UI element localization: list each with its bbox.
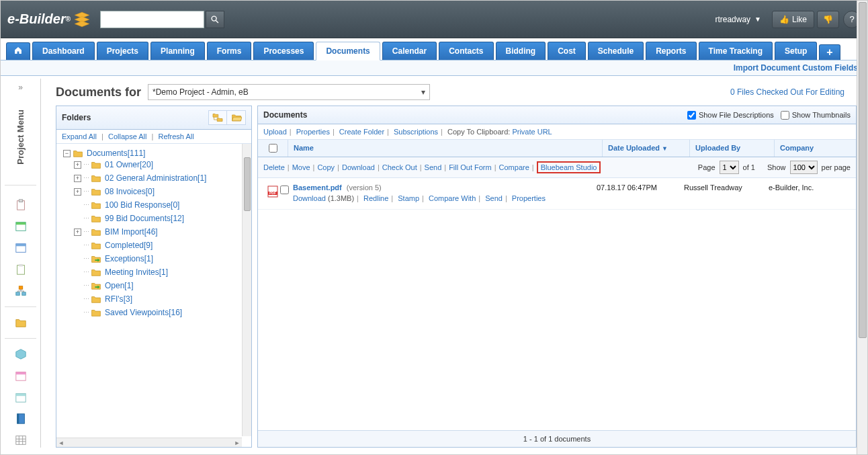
form-icon[interactable] bbox=[15, 242, 27, 254]
nav-processes[interactable]: Processes bbox=[253, 42, 314, 60]
nav-contacts[interactable]: Contacts bbox=[439, 42, 493, 60]
tree-node[interactable]: ⋯100 Bid Response[0] bbox=[74, 200, 251, 210]
nav-schedule[interactable]: Schedule bbox=[588, 42, 644, 60]
folder-rail-icon[interactable] bbox=[15, 317, 27, 329]
tree-node[interactable]: +⋯08 Invoices[0] bbox=[74, 187, 251, 196]
content-area: Documents for *Demo Project - Admin, eB … bbox=[41, 79, 857, 448]
checked-out-link[interactable]: 0 Files Checked Out For Editing bbox=[730, 87, 849, 97]
nav-time-tracking[interactable]: Time Tracking bbox=[699, 42, 773, 60]
book-icon[interactable] bbox=[15, 413, 27, 425]
calendar-pink-icon[interactable] bbox=[15, 370, 27, 382]
nav-reports[interactable]: Reports bbox=[646, 42, 696, 60]
page-vscroll[interactable] bbox=[857, 1, 867, 454]
tree-node[interactable]: ⋯Completed[9] bbox=[74, 241, 251, 250]
row-send[interactable]: Send bbox=[485, 194, 503, 202]
select-all-checkbox[interactable] bbox=[269, 144, 277, 153]
clipboard-icon[interactable] bbox=[15, 199, 27, 211]
action-checkout[interactable]: Check Out bbox=[382, 163, 417, 171]
action-bluebeam[interactable]: Bluebeam Studio bbox=[541, 163, 597, 171]
spreadsheet-icon[interactable] bbox=[15, 220, 27, 233]
show-desc-checkbox[interactable] bbox=[687, 111, 696, 120]
tree-node[interactable]: +⋯BIM Import[46] bbox=[74, 227, 251, 237]
refresh-all-link[interactable]: Refresh All bbox=[158, 132, 193, 140]
row-uploaded-by: Russell Treadway bbox=[684, 183, 769, 202]
nav-bidding[interactable]: Bidding bbox=[496, 42, 546, 60]
collapse-all-link[interactable]: Collapse All bbox=[108, 132, 146, 140]
tree-node[interactable]: +⋯02 General Administration[1] bbox=[74, 173, 251, 183]
row-stamp[interactable]: Stamp bbox=[398, 194, 419, 202]
folder-tree-icon-btn[interactable] bbox=[208, 110, 227, 125]
create-folder-link[interactable]: Create Folder bbox=[339, 128, 384, 136]
nav-calendar[interactable]: Calendar bbox=[382, 42, 437, 60]
show-thumbnails-toggle[interactable]: Show Thumbnails bbox=[781, 111, 851, 120]
col-uploaded-by[interactable]: Uploaded By bbox=[689, 140, 774, 157]
tree-vscroll[interactable] bbox=[242, 144, 251, 436]
tree-node[interactable]: ⋯Saved Viewpoints[16] bbox=[74, 308, 251, 317]
tree-node-documents[interactable]: − Documents[111] bbox=[63, 149, 251, 158]
action-copy[interactable]: Copy bbox=[317, 163, 335, 171]
doc-footer: 1 - 1 of 1 documents bbox=[258, 430, 856, 447]
search-button[interactable] bbox=[206, 11, 224, 28]
pdf-icon: PDF bbox=[267, 185, 278, 198]
col-date[interactable]: Date Uploaded▼ bbox=[602, 140, 689, 157]
thumbs-down-button[interactable]: 👎 bbox=[817, 11, 839, 28]
nav-forms[interactable]: Forms bbox=[207, 42, 252, 60]
tree-node[interactable]: ⋯Exceptions[1] bbox=[74, 254, 251, 263]
perpage-select[interactable]: 100 bbox=[790, 161, 818, 174]
action-delete[interactable]: Delete bbox=[263, 163, 285, 171]
row-compare[interactable]: Compare With bbox=[429, 194, 476, 202]
grid-icon[interactable] bbox=[15, 434, 27, 446]
nav-dashboard[interactable]: Dashboard bbox=[32, 42, 95, 60]
import-custom-fields-link[interactable]: Import Document Custom Fields bbox=[1, 60, 867, 76]
row-redline[interactable]: Redline bbox=[363, 194, 388, 202]
action-fillout[interactable]: Fill Out Form bbox=[449, 163, 492, 171]
nav-planning[interactable]: Planning bbox=[150, 42, 205, 60]
rail-expand-button[interactable]: » bbox=[1, 79, 40, 96]
page-select[interactable]: 1 bbox=[720, 161, 739, 174]
file-name-link[interactable]: Basement.pdf bbox=[293, 183, 342, 192]
home-icon bbox=[13, 46, 23, 55]
search-input[interactable] bbox=[100, 11, 204, 28]
action-download[interactable]: Download bbox=[342, 163, 375, 171]
clipboard2-icon[interactable] bbox=[15, 263, 27, 276]
subscriptions-link[interactable]: Subscriptions bbox=[394, 128, 438, 136]
folder-open-icon-btn[interactable] bbox=[227, 110, 246, 125]
svg-marker-2 bbox=[75, 21, 89, 27]
nav-add[interactable]: + bbox=[819, 44, 840, 60]
like-button[interactable]: 👍 Like bbox=[772, 11, 814, 28]
tree-node[interactable]: +⋯01 Owner[20] bbox=[74, 160, 251, 169]
folder-icon bbox=[91, 268, 101, 277]
row-checkbox[interactable] bbox=[280, 185, 289, 194]
cube-icon[interactable] bbox=[15, 348, 27, 360]
action-send[interactable]: Send bbox=[425, 163, 442, 171]
nav-documents[interactable]: Documents bbox=[316, 42, 380, 60]
nav-home[interactable] bbox=[6, 42, 30, 60]
col-name[interactable]: Name bbox=[288, 140, 602, 157]
left-rail: » Project Menu bbox=[1, 79, 41, 448]
tree-node[interactable]: ⋯99 Bid Documents[12] bbox=[74, 214, 251, 223]
row-download[interactable]: Download bbox=[293, 194, 326, 202]
row-properties[interactable]: Properties bbox=[512, 194, 546, 202]
folder-icon bbox=[91, 214, 101, 223]
private-url-link[interactable]: Private URL bbox=[512, 128, 552, 136]
calendar-teal-icon[interactable] bbox=[15, 391, 27, 403]
tree-node[interactable]: ⋯Meeting Invites[1] bbox=[74, 267, 251, 277]
action-move[interactable]: Move bbox=[292, 163, 310, 171]
tree-node[interactable]: ⋯Open[1] bbox=[74, 281, 251, 290]
main-nav: Dashboard Projects Planning Forms Proces… bbox=[1, 38, 867, 60]
tree-hscroll[interactable]: ◄► bbox=[56, 438, 242, 447]
project-select[interactable]: *Demo Project - Admin, eB bbox=[148, 84, 430, 100]
show-descriptions-toggle[interactable]: Show File Descriptions bbox=[687, 111, 774, 120]
action-compare[interactable]: Compare bbox=[499, 163, 529, 171]
hierarchy-icon[interactable] bbox=[15, 285, 27, 297]
expand-all-link[interactable]: Expand All bbox=[62, 132, 97, 140]
show-thumb-checkbox[interactable] bbox=[781, 111, 789, 120]
nav-projects[interactable]: Projects bbox=[97, 42, 148, 60]
user-menu[interactable]: rtreadway ▼ bbox=[715, 15, 761, 24]
col-company[interactable]: Company bbox=[774, 140, 856, 157]
tree-node[interactable]: ⋯RFI's[3] bbox=[74, 294, 251, 304]
nav-setup[interactable]: Setup bbox=[775, 42, 817, 60]
nav-cost[interactable]: Cost bbox=[548, 42, 586, 60]
upload-link[interactable]: Upload bbox=[263, 128, 287, 136]
properties-link[interactable]: Properties bbox=[296, 128, 330, 136]
